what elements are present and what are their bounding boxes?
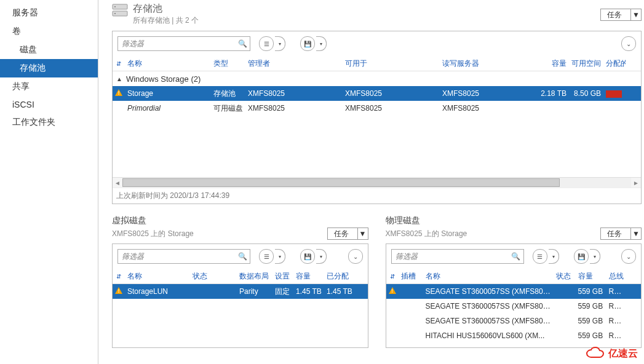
svg-point-3	[114, 13, 116, 14]
pool-row-name: Primordial	[125, 104, 211, 113]
main-content: 存储池 所有存储池 | 共 2 个 任务 ▼ 🔍 ☰	[98, 0, 644, 364]
list-view-dropdown[interactable]: ▾	[275, 36, 285, 51]
pdisk-bus: RAID	[606, 331, 629, 340]
col-rw-server[interactable]: 读写服务器	[440, 58, 538, 69]
pdisk-filter-input[interactable]	[392, 252, 509, 261]
pool-grid-header: ⇵ 名称 类型 管理者 可用于 读写服务器 容量 可用空间 分配的	[113, 56, 641, 71]
col-capacity[interactable]: 容量	[293, 271, 324, 282]
storage-pool-icon	[112, 4, 128, 17]
nav-item-disks[interactable]: 磁盘	[0, 41, 98, 59]
col-available-for[interactable]: 可用于	[343, 58, 440, 69]
col-manager[interactable]: 管理者	[245, 58, 343, 69]
col-capacity[interactable]: 容量	[538, 58, 569, 69]
pool-group-row[interactable]: ▲ Windows Storage (2)	[113, 71, 641, 86]
pdisk-name: HITACHI HUS156060VLS600 (XM...	[423, 331, 554, 340]
warning-icon	[113, 287, 125, 296]
nav-item-volumes[interactable]: 卷	[0, 22, 98, 41]
vdisk-toolbar: 🔍 ☰▾ 💾▾ ⌄	[113, 244, 368, 269]
sort-icon[interactable]: ⇵	[113, 60, 125, 67]
pool-row-manager: XMFS8025	[245, 104, 343, 113]
vdisk-row[interactable]: StorageLUN Parity 固定 1.45 TB 1.45 TB	[113, 284, 368, 299]
storage-pool-panel: 🔍 ☰ ▾ 💾 ▾ ⌄ ⇵ 名称 类型 管理者	[112, 31, 642, 204]
tasks-button-label: 任务	[601, 10, 630, 20]
nav-item-servers[interactable]: 服务器	[0, 4, 98, 22]
vdisk-grid-header: ⇵ 名称 状态 数据布局 设置 容量 已分配	[113, 269, 368, 284]
col-free[interactable]: 可用空间	[569, 58, 603, 69]
search-icon[interactable]: 🔍	[235, 252, 250, 261]
horizontal-scrollbar[interactable]: ◄ ►	[113, 177, 641, 188]
pdisk-toolbar: 🔍 ☰▾ 💾▾ ⌄	[386, 244, 642, 269]
pool-row[interactable]: Primordial 可用磁盘 XMFS8025 XMFS8025 XMFS80…	[113, 101, 641, 116]
sort-icon[interactable]: ⇵	[386, 273, 399, 280]
expand-collapse-button[interactable]: ⌄	[621, 36, 636, 51]
save-query-dropdown[interactable]: ▾	[590, 249, 600, 264]
pool-row-capacity: 2.18 TB	[538, 89, 569, 98]
pdisk-name: SEAGATE ST3600057SS (XMFS802...	[423, 302, 554, 311]
svg-point-2	[114, 6, 116, 7]
expand-collapse-button[interactable]: ⌄	[621, 249, 636, 264]
pool-row-rw: XMFS8025	[440, 89, 538, 98]
col-name[interactable]: 名称	[125, 58, 211, 69]
list-view-dropdown[interactable]: ▾	[275, 249, 285, 264]
nav-item-iscsi[interactable]: iSCSI	[0, 96, 98, 113]
search-icon[interactable]: 🔍	[235, 39, 250, 48]
pool-row-bar	[603, 89, 626, 98]
collapse-triangle-icon: ▲	[116, 76, 122, 82]
vdisk-filter-box[interactable]: 🔍	[117, 249, 250, 264]
sort-icon[interactable]: ⇵	[113, 273, 125, 280]
pool-row-available: XMFS8025	[343, 104, 440, 113]
pool-row[interactable]: Storage 存储池 XMFS8025 XMFS8025 XMFS8025 2…	[113, 86, 641, 101]
pool-row-type: 可用磁盘	[211, 103, 245, 114]
pdisk-row[interactable]: SEAGATE ST3600057SS (XMFS802...559 GBRAI…	[386, 284, 642, 299]
vdisk-filter-input[interactable]	[118, 252, 235, 261]
col-capacity[interactable]: 容量	[576, 271, 606, 282]
save-query-button[interactable]: 💾	[300, 36, 315, 51]
list-view-button[interactable]: ☰	[259, 249, 274, 264]
nav-item-work-folders[interactable]: 工作文件夹	[0, 113, 98, 132]
col-name[interactable]: 名称	[423, 271, 554, 282]
col-layout[interactable]: 数据布局	[237, 271, 272, 282]
page-subtitle: 所有存储池 | 共 2 个	[133, 15, 199, 26]
nav-item-shares[interactable]: 共享	[0, 77, 98, 96]
col-type[interactable]: 类型	[211, 58, 245, 69]
col-allocated[interactable]: 分配的	[603, 58, 626, 69]
search-icon[interactable]: 🔍	[509, 252, 523, 261]
col-state[interactable]: 状态	[554, 271, 576, 282]
tasks-button-label: 任务	[601, 229, 630, 239]
pool-filter-input[interactable]	[118, 39, 235, 48]
nav-item-storage-pools[interactable]: 存储池	[0, 59, 98, 77]
expand-collapse-button[interactable]: ⌄	[348, 249, 363, 264]
list-view-dropdown[interactable]: ▾	[549, 249, 559, 264]
save-query-dropdown[interactable]: ▾	[316, 249, 327, 264]
vdisk-tasks-button[interactable]: 任务 ▼	[327, 228, 368, 240]
scroll-thumb[interactable]	[122, 178, 560, 187]
scroll-right-icon[interactable]: ►	[631, 180, 641, 186]
pool-toolbar: 🔍 ☰ ▾ 💾 ▾ ⌄	[113, 31, 641, 56]
left-nav: 服务器 卷 磁盘 存储池 共享 iSCSI 工作文件夹	[0, 0, 98, 364]
page-title: 存储池	[133, 2, 199, 15]
pdisk-row[interactable]: HITACHI HUS156060VLS600 (XM...559 GBRAID	[386, 328, 642, 343]
scroll-track[interactable]	[122, 178, 631, 188]
col-name[interactable]: 名称	[125, 271, 190, 282]
pdisk-tasks-button[interactable]: 任务 ▼	[600, 228, 642, 240]
list-view-button[interactable]: ☰	[533, 249, 547, 264]
list-view-button[interactable]: ☰	[259, 36, 274, 51]
save-query-button[interactable]: 💾	[300, 249, 315, 264]
vdisk-settings: 固定	[272, 287, 293, 297]
col-bus[interactable]: 总线	[606, 271, 629, 282]
scroll-left-icon[interactable]: ◄	[113, 180, 122, 186]
vdisk-title: 虚拟磁盘	[112, 215, 368, 226]
col-slot[interactable]: 插槽	[399, 271, 423, 282]
save-query-button[interactable]: 💾	[574, 249, 589, 264]
pdisk-row[interactable]: SEAGATE ST3600057SS (XMFS802...559 GBRAI…	[386, 314, 642, 328]
pdisk-subtitle: XMFS8025 上的 Storage	[386, 229, 467, 239]
col-state[interactable]: 状态	[190, 271, 237, 282]
pool-filter-box[interactable]: 🔍	[117, 36, 250, 51]
tasks-button[interactable]: 任务 ▼	[600, 9, 642, 21]
col-settings[interactable]: 设置	[272, 271, 293, 282]
col-allocated[interactable]: 已分配	[324, 271, 355, 282]
save-query-dropdown[interactable]: ▾	[316, 36, 327, 51]
pdisk-filter-box[interactable]: 🔍	[391, 249, 524, 264]
pdisk-row[interactable]: SEAGATE ST3600057SS (XMFS802...559 GBRAI…	[386, 299, 642, 314]
watermark-logo: 亿速云	[585, 347, 638, 360]
